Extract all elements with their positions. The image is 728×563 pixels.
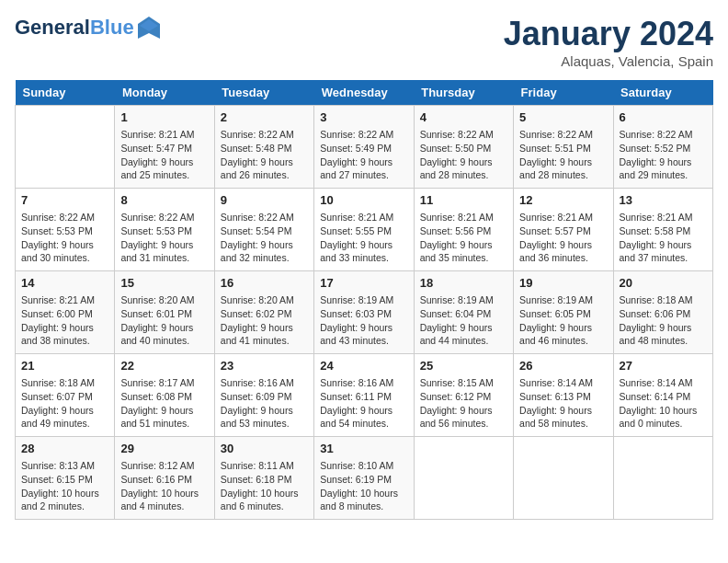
calendar-cell: 16Sunrise: 8:20 AM Sunset: 6:02 PM Dayli… <box>214 271 313 354</box>
cell-content: Sunrise: 8:22 AM Sunset: 5:49 PM Dayligh… <box>320 128 407 182</box>
day-number: 20 <box>620 275 707 292</box>
calendar-cell: 24Sunrise: 8:16 AM Sunset: 6:11 PM Dayli… <box>314 354 414 437</box>
calendar-table: SundayMondayTuesdayWednesdayThursdayFrid… <box>15 80 713 520</box>
day-number: 31 <box>320 441 407 457</box>
calendar-cell: 1Sunrise: 8:21 AM Sunset: 5:47 PM Daylig… <box>115 106 214 189</box>
cell-content: Sunrise: 8:22 AM Sunset: 5:53 PM Dayligh… <box>120 211 208 265</box>
cell-content: Sunrise: 8:12 AM Sunset: 6:16 PM Dayligh… <box>120 459 208 513</box>
day-number: 14 <box>21 275 108 292</box>
day-number: 18 <box>420 275 507 292</box>
cell-content: Sunrise: 8:16 AM Sunset: 6:11 PM Dayligh… <box>320 376 407 431</box>
day-number: 16 <box>221 275 308 292</box>
calendar-cell: 17Sunrise: 8:19 AM Sunset: 6:03 PM Dayli… <box>314 271 414 354</box>
cell-content: Sunrise: 8:19 AM Sunset: 6:03 PM Dayligh… <box>320 293 407 348</box>
cell-content: Sunrise: 8:14 AM Sunset: 6:13 PM Dayligh… <box>519 376 607 431</box>
day-number: 26 <box>519 358 607 374</box>
cell-content: Sunrise: 8:19 AM Sunset: 6:05 PM Dayligh… <box>519 293 607 348</box>
cell-content: Sunrise: 8:21 AM Sunset: 5:56 PM Dayligh… <box>420 211 507 265</box>
calendar-cell: 23Sunrise: 8:16 AM Sunset: 6:09 PM Dayli… <box>214 354 313 437</box>
cell-content: Sunrise: 8:22 AM Sunset: 5:48 PM Dayligh… <box>221 128 308 182</box>
logo: GeneralBlue <box>15 15 162 40</box>
day-number: 13 <box>620 192 707 209</box>
day-number: 2 <box>221 109 308 126</box>
calendar-cell: 13Sunrise: 8:21 AM Sunset: 5:58 PM Dayli… <box>613 189 712 271</box>
calendar-cell <box>514 437 613 520</box>
calendar-cell: 30Sunrise: 8:11 AM Sunset: 6:18 PM Dayli… <box>214 437 313 520</box>
cell-content: Sunrise: 8:16 AM Sunset: 6:09 PM Dayligh… <box>221 376 308 431</box>
cell-content: Sunrise: 8:21 AM Sunset: 5:57 PM Dayligh… <box>519 211 607 265</box>
cell-content: Sunrise: 8:22 AM Sunset: 5:52 PM Dayligh… <box>620 128 707 182</box>
week-row-4: 21Sunrise: 8:18 AM Sunset: 6:07 PM Dayli… <box>16 354 713 437</box>
cell-content: Sunrise: 8:21 AM Sunset: 6:00 PM Dayligh… <box>21 293 108 348</box>
cell-content: Sunrise: 8:18 AM Sunset: 6:07 PM Dayligh… <box>21 376 108 431</box>
header-row: SundayMondayTuesdayWednesdayThursdayFrid… <box>16 80 713 106</box>
week-row-5: 28Sunrise: 8:13 AM Sunset: 6:15 PM Dayli… <box>16 437 713 520</box>
calendar-cell: 2Sunrise: 8:22 AM Sunset: 5:48 PM Daylig… <box>214 106 313 189</box>
logo-icon <box>136 15 162 40</box>
day-number: 7 <box>21 192 108 209</box>
calendar-cell: 25Sunrise: 8:15 AM Sunset: 6:12 PM Dayli… <box>414 354 513 437</box>
calendar-cell: 8Sunrise: 8:22 AM Sunset: 5:53 PM Daylig… <box>115 189 214 271</box>
calendar-cell: 27Sunrise: 8:14 AM Sunset: 6:14 PM Dayli… <box>613 354 712 437</box>
calendar-cell: 19Sunrise: 8:19 AM Sunset: 6:05 PM Dayli… <box>514 271 613 354</box>
day-number: 23 <box>221 358 308 374</box>
day-number: 25 <box>420 358 507 374</box>
day-number: 5 <box>519 109 607 126</box>
calendar-cell: 3Sunrise: 8:22 AM Sunset: 5:49 PM Daylig… <box>314 106 414 189</box>
title-block: January 2024 Alaquas, Valencia, Spain <box>504 15 713 69</box>
cell-content: Sunrise: 8:13 AM Sunset: 6:15 PM Dayligh… <box>21 459 108 513</box>
calendar-cell: 18Sunrise: 8:19 AM Sunset: 6:04 PM Dayli… <box>414 271 513 354</box>
calendar-cell: 14Sunrise: 8:21 AM Sunset: 6:00 PM Dayli… <box>16 271 115 354</box>
week-row-3: 14Sunrise: 8:21 AM Sunset: 6:00 PM Dayli… <box>16 271 713 354</box>
logo-text: GeneralBlue <box>15 17 134 39</box>
location: Alaquas, Valencia, Spain <box>504 53 713 69</box>
day-number: 8 <box>120 192 208 209</box>
day-number: 3 <box>320 109 407 126</box>
cell-content: Sunrise: 8:10 AM Sunset: 6:19 PM Dayligh… <box>320 459 407 513</box>
calendar-cell: 26Sunrise: 8:14 AM Sunset: 6:13 PM Dayli… <box>514 354 613 437</box>
day-number: 24 <box>320 358 407 374</box>
day-number: 29 <box>120 441 208 457</box>
cell-content: Sunrise: 8:21 AM Sunset: 5:47 PM Dayligh… <box>120 128 208 182</box>
calendar-cell <box>414 437 513 520</box>
calendar-header: SundayMondayTuesdayWednesdayThursdayFrid… <box>16 80 713 106</box>
day-number: 11 <box>420 192 507 209</box>
cell-content: Sunrise: 8:18 AM Sunset: 6:06 PM Dayligh… <box>620 293 707 348</box>
col-header-thursday: Thursday <box>414 80 513 106</box>
col-header-saturday: Saturday <box>613 80 712 106</box>
calendar-cell: 20Sunrise: 8:18 AM Sunset: 6:06 PM Dayli… <box>613 271 712 354</box>
day-number: 1 <box>120 109 208 126</box>
calendar-cell <box>16 106 115 189</box>
calendar-cell: 29Sunrise: 8:12 AM Sunset: 6:16 PM Dayli… <box>115 437 214 520</box>
cell-content: Sunrise: 8:15 AM Sunset: 6:12 PM Dayligh… <box>420 376 507 431</box>
day-number: 6 <box>620 109 707 126</box>
cell-content: Sunrise: 8:14 AM Sunset: 6:14 PM Dayligh… <box>620 376 707 431</box>
cell-content: Sunrise: 8:21 AM Sunset: 5:58 PM Dayligh… <box>620 211 707 265</box>
col-header-friday: Friday <box>514 80 613 106</box>
calendar-cell: 28Sunrise: 8:13 AM Sunset: 6:15 PM Dayli… <box>16 437 115 520</box>
cell-content: Sunrise: 8:20 AM Sunset: 6:02 PM Dayligh… <box>221 293 308 348</box>
day-number: 21 <box>21 358 108 374</box>
day-number: 12 <box>519 192 607 209</box>
day-number: 4 <box>420 109 507 126</box>
day-number: 28 <box>21 441 108 457</box>
cell-content: Sunrise: 8:17 AM Sunset: 6:08 PM Dayligh… <box>120 376 208 431</box>
calendar-cell <box>613 437 712 520</box>
calendar-cell: 12Sunrise: 8:21 AM Sunset: 5:57 PM Dayli… <box>514 189 613 271</box>
cell-content: Sunrise: 8:22 AM Sunset: 5:54 PM Dayligh… <box>221 211 308 265</box>
day-number: 27 <box>620 358 707 374</box>
page-header: GeneralBlue January 2024 Alaquas, Valenc… <box>15 15 713 69</box>
cell-content: Sunrise: 8:19 AM Sunset: 6:04 PM Dayligh… <box>420 293 507 348</box>
cell-content: Sunrise: 8:20 AM Sunset: 6:01 PM Dayligh… <box>120 293 208 348</box>
calendar-cell: 7Sunrise: 8:22 AM Sunset: 5:53 PM Daylig… <box>16 189 115 271</box>
col-header-wednesday: Wednesday <box>314 80 414 106</box>
day-number: 10 <box>320 192 407 209</box>
calendar-cell: 5Sunrise: 8:22 AM Sunset: 5:51 PM Daylig… <box>514 106 613 189</box>
cell-content: Sunrise: 8:22 AM Sunset: 5:50 PM Dayligh… <box>420 128 507 182</box>
calendar-body: 1Sunrise: 8:21 AM Sunset: 5:47 PM Daylig… <box>16 106 713 520</box>
day-number: 30 <box>221 441 308 457</box>
day-number: 22 <box>120 358 208 374</box>
calendar-cell: 11Sunrise: 8:21 AM Sunset: 5:56 PM Dayli… <box>414 189 513 271</box>
cell-content: Sunrise: 8:11 AM Sunset: 6:18 PM Dayligh… <box>221 459 308 513</box>
day-number: 9 <box>221 192 308 209</box>
